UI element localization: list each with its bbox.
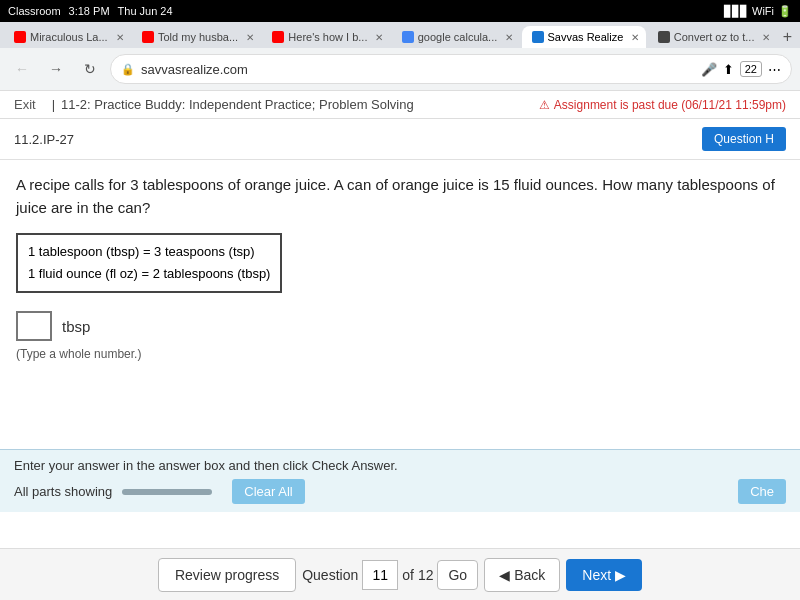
clear-all-button[interactable]: Clear All — [232, 479, 304, 504]
tab-label: Convert oz to t... — [674, 31, 755, 43]
status-right: ▊▊▊ WiFi 🔋 — [724, 5, 792, 18]
warning-text: Assignment is past due (06/11/21 11:59pm… — [554, 98, 786, 112]
reference-line-2: 1 fluid ounce (fl oz) = 2 tablespoons (t… — [28, 263, 270, 285]
tab-heres[interactable]: Here's how I b... ✕ — [262, 26, 389, 48]
address-bar[interactable]: 🔒 savvasrealize.com 🎤 ⬆ 22 ⋯ — [110, 54, 792, 84]
answer-input[interactable] — [16, 311, 52, 341]
go-button[interactable]: Go — [437, 560, 478, 590]
of-label: of — [402, 567, 414, 583]
tab-bar: Miraculous La... ✕ Told my husba... ✕ He… — [0, 22, 800, 48]
problem-content: A recipe calls for 3 tablespoons of oran… — [0, 160, 800, 375]
day-label: Thu Jun 24 — [118, 5, 173, 17]
wifi-icon: WiFi — [752, 5, 774, 17]
back-button[interactable]: ◀ Back — [484, 558, 560, 592]
question-number-input[interactable] — [362, 560, 398, 590]
classroom-label: Classroom — [8, 5, 61, 17]
question-nav-label: Question — [302, 567, 358, 583]
reference-box: 1 tablespoon (tbsp) = 3 teaspoons (tsp) … — [16, 233, 282, 293]
tab-favicon — [142, 31, 154, 43]
new-tab-button[interactable]: + — [779, 28, 796, 46]
share-icon[interactable]: ⬆ — [723, 62, 734, 77]
tab-convert[interactable]: Convert oz to t... ✕ — [648, 26, 777, 48]
tab-favicon — [658, 31, 670, 43]
status-bar: Classroom 3:18 PM Thu Jun 24 ▊▊▊ WiFi 🔋 — [0, 0, 800, 22]
breadcrumb-text: 11-2: Practice Buddy: Independent Practi… — [61, 97, 414, 112]
more-icon[interactable]: ⋯ — [768, 62, 781, 77]
tab-close-icon[interactable]: ✕ — [631, 32, 639, 43]
parts-slider — [122, 489, 212, 495]
unit-label: tbsp — [62, 318, 90, 335]
tab-close-icon[interactable]: ✕ — [762, 32, 770, 43]
tab-close-icon[interactable]: ✕ — [375, 32, 383, 43]
time-label: 3:18 PM — [69, 5, 110, 17]
lock-icon: 🔒 — [121, 63, 135, 76]
hint-text: (Type a whole number.) — [16, 347, 784, 361]
battery-icon: 🔋 — [778, 5, 792, 18]
tab-label: google calcula... — [418, 31, 498, 43]
tab-savvas[interactable]: Savvas Realize ✕ — [522, 26, 646, 48]
tab-label: Here's how I b... — [288, 31, 367, 43]
back-nav-button[interactable]: ← — [8, 55, 36, 83]
tab-favicon — [532, 31, 544, 43]
parts-label: All parts showing — [14, 484, 112, 499]
tab-label: Savvas Realize — [548, 31, 624, 43]
nav-bar: ← → ↻ 🔒 savvasrealize.com 🎤 ⬆ 22 ⋯ — [0, 48, 800, 90]
tab-close-icon[interactable]: ✕ — [116, 32, 124, 43]
status-left: Classroom 3:18 PM Thu Jun 24 — [8, 5, 173, 17]
back-arrow-icon: ◀ — [499, 567, 510, 583]
next-label: Next — [582, 567, 611, 583]
exit-button[interactable]: Exit — [14, 97, 36, 112]
answer-row: tbsp — [16, 311, 784, 341]
browser-chrome: Miraculous La... ✕ Told my husba... ✕ He… — [0, 22, 800, 91]
tab-label: Miraculous La... — [30, 31, 108, 43]
instruction-text: Enter your answer in the answer box and … — [14, 458, 786, 473]
tab-close-icon[interactable]: ✕ — [246, 32, 254, 43]
url-text: savvasrealize.com — [141, 62, 248, 77]
breadcrumb: Exit | 11-2: Practice Buddy: Independent… — [14, 97, 414, 112]
back-label: Back — [514, 567, 545, 583]
reload-button[interactable]: ↻ — [76, 55, 104, 83]
problem-text: A recipe calls for 3 tablespoons of oran… — [16, 174, 784, 219]
next-arrow-icon: ▶ — [615, 567, 626, 583]
next-button[interactable]: Next ▶ — [566, 559, 642, 591]
mic-icon[interactable]: 🎤 — [701, 62, 717, 77]
tab-favicon — [272, 31, 284, 43]
breadcrumb-separator: | — [52, 97, 55, 112]
tab-favicon — [14, 31, 26, 43]
tab-label: Told my husba... — [158, 31, 238, 43]
question-nav: Question of 12 Go — [302, 560, 478, 590]
bottom-nav: Review progress Question of 12 Go ◀ Back… — [0, 548, 800, 600]
check-answer-button[interactable]: Che — [738, 479, 786, 504]
instruction-bar: Enter your answer in the answer box and … — [0, 449, 800, 512]
question-id: 11.2.IP-27 — [14, 132, 74, 147]
content-area: 11.2.IP-27 Question H A recipe calls for… — [0, 119, 800, 375]
assignment-warning: ⚠ Assignment is past due (06/11/21 11:59… — [539, 98, 786, 112]
forward-nav-button[interactable]: → — [42, 55, 70, 83]
warning-icon: ⚠ — [539, 98, 550, 112]
question-hint-button[interactable]: Question H — [702, 127, 786, 151]
page-header: Exit | 11-2: Practice Buddy: Independent… — [0, 91, 800, 119]
address-right: 🎤 ⬆ 22 ⋯ — [701, 61, 781, 77]
reference-line-1: 1 tablespoon (tbsp) = 3 teaspoons (tsp) — [28, 241, 270, 263]
tab-favicon — [402, 31, 414, 43]
parts-row: All parts showing Clear All Che — [14, 479, 786, 504]
tab-count[interactable]: 22 — [740, 61, 762, 77]
tab-told[interactable]: Told my husba... ✕ — [132, 26, 260, 48]
total-questions: 12 — [418, 567, 434, 583]
tab-miraculous[interactable]: Miraculous La... ✕ — [4, 26, 130, 48]
signal-icon: ▊▊▊ — [724, 5, 748, 18]
tab-close-icon[interactable]: ✕ — [505, 32, 513, 43]
tab-google[interactable]: google calcula... ✕ — [392, 26, 520, 48]
question-bar: 11.2.IP-27 Question H — [0, 119, 800, 160]
review-progress-button[interactable]: Review progress — [158, 558, 296, 592]
